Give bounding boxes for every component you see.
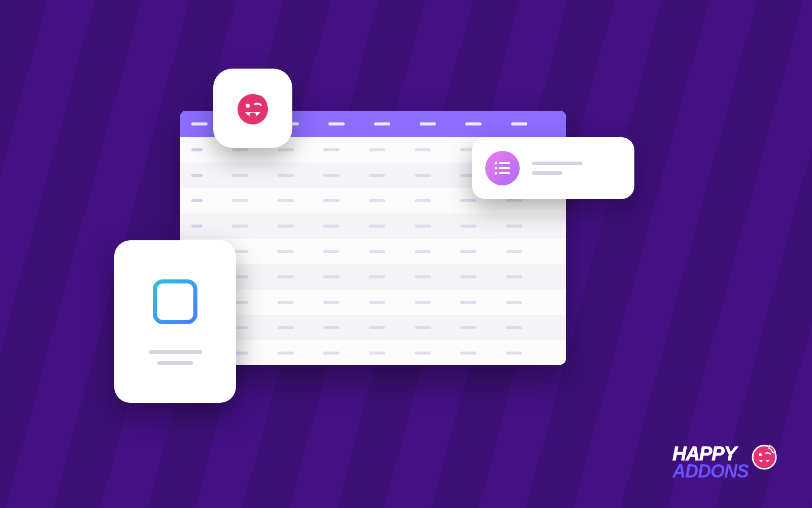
table-header-cell <box>465 122 482 125</box>
table-widget-card <box>114 240 236 403</box>
placeholder-line <box>532 171 562 175</box>
svg-rect-9 <box>155 281 195 322</box>
placeholder-line <box>532 162 583 165</box>
svg-point-7 <box>495 172 497 175</box>
table-row <box>180 290 566 315</box>
svg-rect-6 <box>499 167 510 169</box>
table-header-cell <box>328 122 345 125</box>
table-header-cell <box>191 122 208 125</box>
svg-point-14 <box>759 453 762 456</box>
svg-point-3 <box>495 162 497 165</box>
svg-point-1 <box>246 104 250 108</box>
brand-logo: HAPPY ADDONS <box>672 444 779 480</box>
placeholder-line <box>149 350 202 354</box>
table-row <box>180 213 566 239</box>
brand-line-1: HAPPY <box>672 444 736 463</box>
table-header-cell <box>420 122 436 125</box>
list-widget-card <box>472 137 634 199</box>
happy-face-card <box>213 69 292 148</box>
list-placeholder-lines <box>532 162 621 175</box>
table-row <box>180 315 566 340</box>
table-header-cell <box>511 122 527 125</box>
brand-line-2: ADDONS <box>672 463 749 480</box>
table-header-cell <box>374 122 390 125</box>
svg-point-2 <box>250 113 256 117</box>
grid-placeholder-lines <box>149 350 202 365</box>
svg-point-5 <box>495 167 497 170</box>
svg-rect-8 <box>499 172 510 174</box>
table-row <box>180 239 566 264</box>
happy-face-icon <box>750 441 779 471</box>
placeholder-line <box>157 361 193 365</box>
svg-point-15 <box>762 460 767 463</box>
table-row <box>180 264 566 290</box>
svg-rect-4 <box>499 162 510 164</box>
brand-logo-text: HAPPY ADDONS <box>672 444 749 480</box>
table-row <box>180 340 566 365</box>
table-grid-icon <box>151 278 199 326</box>
happy-face-icon <box>233 89 272 128</box>
bullet-list-icon <box>485 151 520 185</box>
